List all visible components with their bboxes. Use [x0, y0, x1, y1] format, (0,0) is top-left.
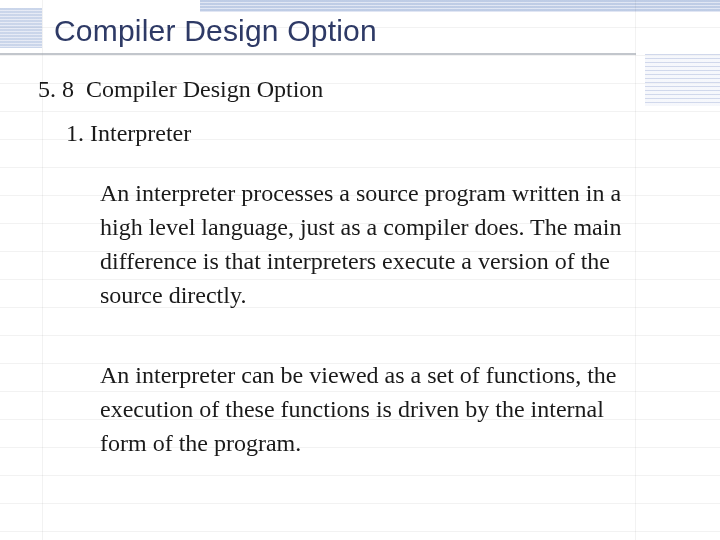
- section-heading: 5. 8 Compiler Design Option: [38, 76, 323, 103]
- decor-band-right: [645, 54, 720, 106]
- decor-band-top: [200, 0, 720, 12]
- section-number: 5. 8: [38, 76, 74, 102]
- slide: Compiler Design Option 5. 8 Compiler Des…: [0, 0, 720, 540]
- slide-title: Compiler Design Option: [54, 14, 377, 48]
- body-paragraph-1: An interpreter processes a source progra…: [100, 176, 640, 312]
- title-underline: [0, 53, 636, 55]
- decor-band-left: [0, 8, 42, 48]
- subsection-heading: 1. Interpreter: [66, 120, 191, 147]
- body-paragraph-2: An interpreter can be viewed as a set of…: [100, 358, 640, 460]
- section-title: Compiler Design Option: [86, 76, 323, 102]
